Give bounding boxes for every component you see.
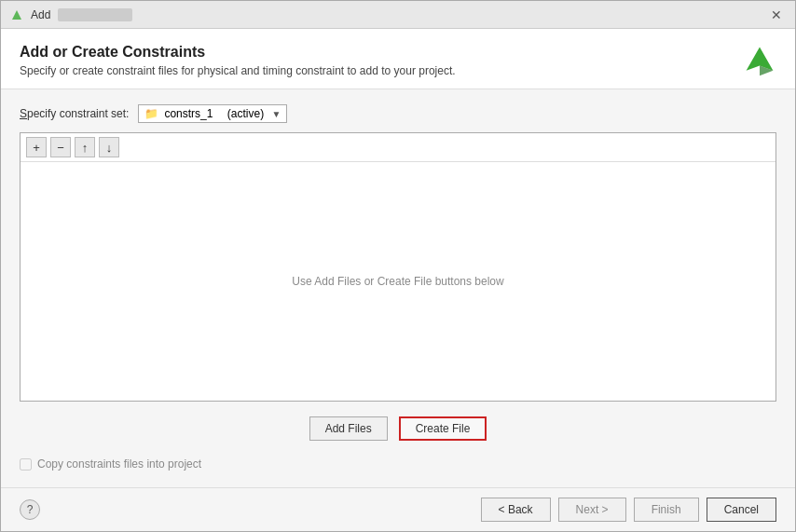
dropdown-arrow-icon: ▼ (272, 109, 281, 119)
dialog-window: Add ✕ Add or Create Constraints Specify … (0, 0, 796, 532)
help-button[interactable]: ? (20, 499, 40, 520)
constraint-set-active: (active) (227, 107, 264, 120)
content-area: Specify constraint set: 📁 constrs_1 (act… (1, 89, 795, 487)
constraint-set-suffix (218, 107, 221, 120)
checkbox-row: Copy constraints files into project (20, 456, 776, 472)
title-bar: Add ✕ (1, 1, 795, 29)
cancel-button[interactable]: Cancel (707, 498, 776, 522)
file-list-body: Use Add Files or Create File buttons bel… (21, 162, 775, 401)
svg-marker-0 (12, 10, 21, 20)
header-text: Add or Create Constraints Specify or cre… (20, 44, 456, 77)
copy-constraints-label: Copy constraints files into project (37, 457, 201, 471)
constraint-set-row: Specify constraint set: 📁 constrs_1 (act… (20, 104, 776, 123)
footer-right: < Back Next > Finish Cancel (481, 498, 776, 522)
footer-area: ? < Back Next > Finish Cancel (1, 487, 795, 531)
next-button[interactable]: Next > (558, 498, 626, 522)
file-list-container: + − ↑ ↓ Use Add Files or Create File but… (20, 132, 776, 402)
add-files-button[interactable]: Add Files (309, 416, 388, 441)
create-file-button[interactable]: Create File (399, 416, 487, 441)
dialog-title: Add or Create Constraints (20, 44, 456, 61)
app-icon (10, 8, 23, 21)
copy-constraints-checkbox[interactable] (20, 458, 32, 471)
constraint-set-value: constrs_1 (164, 107, 213, 120)
back-button[interactable]: < Back (481, 498, 551, 522)
dialog-subtitle: Specify or create constraint files for p… (20, 64, 456, 77)
constraint-set-dropdown[interactable]: 📁 constrs_1 (active) ▼ (138, 104, 287, 123)
header-area: Add or Create Constraints Specify or cre… (1, 29, 795, 89)
constraint-set-label: Specify constraint set: (20, 107, 129, 120)
remove-file-toolbar-button[interactable]: − (50, 137, 71, 157)
move-up-toolbar-button[interactable]: ↑ (75, 137, 95, 157)
vivado-logo (743, 44, 776, 77)
close-button[interactable]: ✕ (767, 7, 786, 22)
file-list-placeholder: Use Add Files or Create File buttons bel… (292, 275, 503, 288)
add-file-toolbar-button[interactable]: + (26, 137, 47, 157)
finish-button[interactable]: Finish (634, 498, 699, 522)
toolbar-row: + − ↑ ↓ (21, 133, 775, 162)
action-buttons-row: Add Files Create File (20, 411, 776, 446)
folder-icon: 📁 (144, 107, 158, 120)
title-bar-title: Add (31, 8, 50, 21)
move-down-toolbar-button[interactable]: ↓ (99, 137, 119, 157)
title-bar-blur (58, 8, 132, 21)
footer-left: ? (20, 499, 40, 520)
